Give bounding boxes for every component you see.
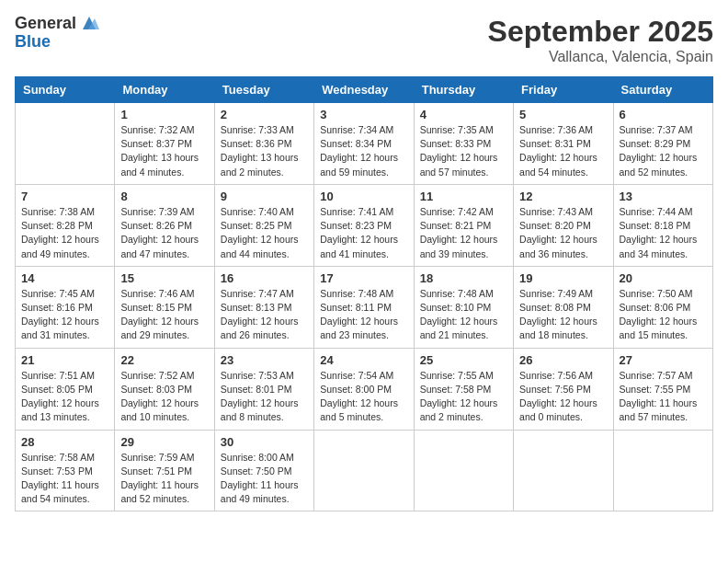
calendar-week-row: 1Sunrise: 7:32 AM Sunset: 8:37 PM Daylig… [16, 103, 713, 185]
day-number: 1 [120, 108, 208, 121]
day-info: Sunrise: 7:36 AM Sunset: 8:31 PM Dayligh… [519, 123, 607, 179]
table-row: 26Sunrise: 7:56 AM Sunset: 7:56 PM Dayli… [514, 348, 613, 430]
day-number: 20 [620, 271, 707, 285]
month-title: September 2025 [488, 15, 713, 49]
table-row: 14Sunrise: 7:45 AM Sunset: 8:16 PM Dayli… [16, 266, 115, 348]
day-number: 27 [620, 353, 707, 367]
day-number: 24 [320, 353, 407, 367]
col-friday: Friday [514, 77, 613, 103]
day-info: Sunrise: 7:59 AM Sunset: 7:51 PM Dayligh… [120, 451, 208, 507]
day-info: Sunrise: 7:48 AM Sunset: 8:10 PM Dayligh… [420, 287, 507, 343]
day-info: Sunrise: 7:38 AM Sunset: 8:28 PM Dayligh… [21, 205, 108, 261]
table-row: 30Sunrise: 8:00 AM Sunset: 7:50 PM Dayli… [214, 430, 313, 511]
title-block: September 2025 Vallanca, Valencia, Spain [488, 15, 713, 65]
day-info: Sunrise: 7:32 AM Sunset: 8:37 PM Dayligh… [120, 123, 208, 179]
table-row: 4Sunrise: 7:35 AM Sunset: 8:33 PM Daylig… [414, 103, 513, 185]
day-info: Sunrise: 7:35 AM Sunset: 8:33 PM Dayligh… [420, 123, 507, 179]
table-row: 6Sunrise: 7:37 AM Sunset: 8:29 PM Daylig… [613, 103, 712, 185]
table-row: 22Sunrise: 7:52 AM Sunset: 8:03 PM Dayli… [115, 348, 214, 430]
day-number: 13 [620, 190, 707, 203]
calendar-header-row: Sunday Monday Tuesday Wednesday Thursday… [16, 77, 713, 103]
day-info: Sunrise: 7:42 AM Sunset: 8:21 PM Dayligh… [420, 205, 507, 261]
table-row: 12Sunrise: 7:43 AM Sunset: 8:20 PM Dayli… [514, 184, 613, 266]
table-row: 17Sunrise: 7:48 AM Sunset: 8:11 PM Dayli… [314, 266, 414, 348]
table-row: 8Sunrise: 7:39 AM Sunset: 8:26 PM Daylig… [115, 184, 214, 266]
col-wednesday: Wednesday [314, 77, 414, 103]
logo-blue: Blue [15, 33, 99, 52]
day-number: 17 [320, 271, 407, 285]
calendar-table: Sunday Monday Tuesday Wednesday Thursday… [15, 76, 713, 511]
day-info: Sunrise: 7:39 AM Sunset: 8:26 PM Dayligh… [120, 205, 208, 261]
day-info: Sunrise: 7:51 AM Sunset: 8:05 PM Dayligh… [21, 369, 108, 425]
col-saturday: Saturday [613, 77, 712, 103]
location-title: Vallanca, Valencia, Spain [488, 49, 713, 65]
day-number: 26 [519, 353, 607, 367]
table-row: 19Sunrise: 7:49 AM Sunset: 8:08 PM Dayli… [514, 266, 613, 348]
table-row: 27Sunrise: 7:57 AM Sunset: 7:55 PM Dayli… [613, 348, 712, 430]
day-number: 23 [221, 353, 308, 367]
table-row: 1Sunrise: 7:32 AM Sunset: 8:37 PM Daylig… [115, 103, 214, 185]
table-row: 23Sunrise: 7:53 AM Sunset: 8:01 PM Dayli… [214, 348, 313, 430]
table-row: 20Sunrise: 7:50 AM Sunset: 8:06 PM Dayli… [613, 266, 712, 348]
day-number: 19 [519, 271, 607, 285]
table-row [314, 430, 414, 511]
table-row: 21Sunrise: 7:51 AM Sunset: 8:05 PM Dayli… [16, 348, 115, 430]
table-row: 11Sunrise: 7:42 AM Sunset: 8:21 PM Dayli… [414, 184, 513, 266]
day-number: 10 [320, 190, 407, 203]
day-number: 5 [519, 108, 607, 121]
calendar-week-row: 21Sunrise: 7:51 AM Sunset: 8:05 PM Dayli… [16, 348, 713, 430]
day-info: Sunrise: 7:56 AM Sunset: 7:56 PM Dayligh… [519, 369, 607, 425]
table-row: 10Sunrise: 7:41 AM Sunset: 8:23 PM Dayli… [314, 184, 414, 266]
day-info: Sunrise: 7:33 AM Sunset: 8:36 PM Dayligh… [221, 123, 308, 179]
col-thursday: Thursday [414, 77, 513, 103]
day-number: 30 [221, 435, 308, 449]
day-number: 3 [320, 108, 407, 121]
day-number: 14 [21, 271, 108, 285]
table-row: 24Sunrise: 7:54 AM Sunset: 8:00 PM Dayli… [314, 348, 414, 430]
day-info: Sunrise: 7:57 AM Sunset: 7:55 PM Dayligh… [620, 369, 707, 425]
calendar-week-row: 7Sunrise: 7:38 AM Sunset: 8:28 PM Daylig… [16, 184, 713, 266]
day-number: 9 [221, 190, 308, 203]
table-row: 13Sunrise: 7:44 AM Sunset: 8:18 PM Dayli… [613, 184, 712, 266]
day-info: Sunrise: 7:49 AM Sunset: 8:08 PM Dayligh… [519, 287, 607, 343]
table-row [613, 430, 712, 511]
day-number: 16 [221, 271, 308, 285]
day-info: Sunrise: 7:52 AM Sunset: 8:03 PM Dayligh… [120, 369, 208, 425]
table-row: 7Sunrise: 7:38 AM Sunset: 8:28 PM Daylig… [16, 184, 115, 266]
day-info: Sunrise: 7:34 AM Sunset: 8:34 PM Dayligh… [320, 123, 407, 179]
day-number: 25 [420, 353, 507, 367]
table-row [514, 430, 613, 511]
day-number: 6 [620, 108, 707, 121]
day-info: Sunrise: 7:41 AM Sunset: 8:23 PM Dayligh… [320, 205, 407, 261]
day-number: 2 [221, 108, 308, 121]
day-info: Sunrise: 7:53 AM Sunset: 8:01 PM Dayligh… [221, 369, 308, 425]
day-info: Sunrise: 7:50 AM Sunset: 8:06 PM Dayligh… [620, 287, 707, 343]
table-row: 9Sunrise: 7:40 AM Sunset: 8:25 PM Daylig… [214, 184, 313, 266]
day-number: 28 [21, 435, 108, 449]
day-info: Sunrise: 7:54 AM Sunset: 8:00 PM Dayligh… [320, 369, 407, 425]
day-info: Sunrise: 7:46 AM Sunset: 8:15 PM Dayligh… [120, 287, 208, 343]
table-row: 25Sunrise: 7:55 AM Sunset: 7:58 PM Dayli… [414, 348, 513, 430]
day-info: Sunrise: 7:40 AM Sunset: 8:25 PM Dayligh… [221, 205, 308, 261]
col-tuesday: Tuesday [214, 77, 313, 103]
logo-icon [79, 13, 99, 33]
day-number: 22 [120, 353, 208, 367]
table-row: 3Sunrise: 7:34 AM Sunset: 8:34 PM Daylig… [314, 103, 414, 185]
table-row [16, 103, 115, 185]
table-row: 18Sunrise: 7:48 AM Sunset: 8:10 PM Dayli… [414, 266, 513, 348]
day-number: 21 [21, 353, 108, 367]
table-row [414, 430, 513, 511]
day-number: 29 [120, 435, 208, 449]
table-row: 28Sunrise: 7:58 AM Sunset: 7:53 PM Dayli… [16, 430, 115, 511]
day-info: Sunrise: 7:45 AM Sunset: 8:16 PM Dayligh… [21, 287, 108, 343]
day-info: Sunrise: 7:48 AM Sunset: 8:11 PM Dayligh… [320, 287, 407, 343]
day-number: 7 [21, 190, 108, 203]
day-number: 4 [420, 108, 507, 121]
day-number: 18 [420, 271, 507, 285]
table-row: 16Sunrise: 7:47 AM Sunset: 8:13 PM Dayli… [214, 266, 313, 348]
day-info: Sunrise: 7:43 AM Sunset: 8:20 PM Dayligh… [519, 205, 607, 261]
day-info: Sunrise: 7:58 AM Sunset: 7:53 PM Dayligh… [21, 451, 108, 507]
table-row: 2Sunrise: 7:33 AM Sunset: 8:36 PM Daylig… [214, 103, 313, 185]
page-header: General Blue September 2025 Vallanca, Va… [15, 15, 713, 65]
table-row: 15Sunrise: 7:46 AM Sunset: 8:15 PM Dayli… [115, 266, 214, 348]
